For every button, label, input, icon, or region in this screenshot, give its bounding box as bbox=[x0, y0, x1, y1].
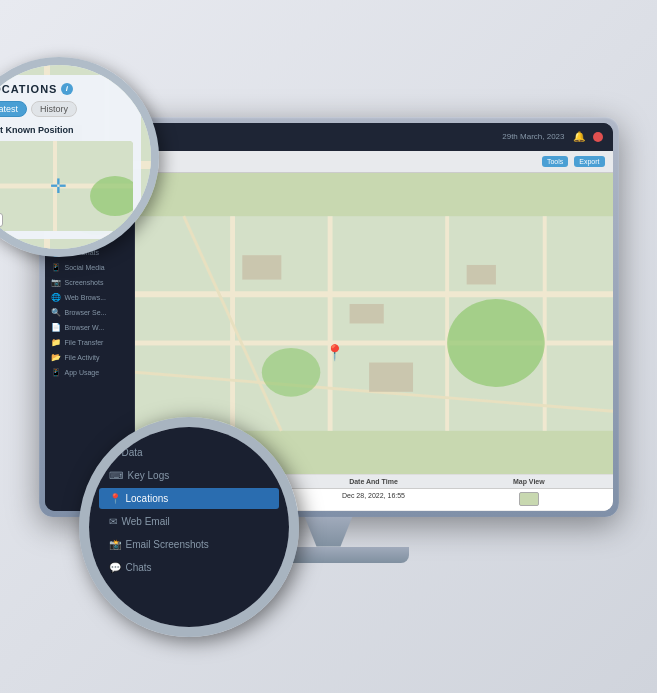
svg-rect-14 bbox=[369, 362, 413, 391]
sidebar-label-appusage: App Usage bbox=[65, 369, 100, 376]
monitor-wrapper: F 29th March, 2023 🔔 ◈ Data bbox=[39, 97, 619, 597]
mag2-emailscreenshots-label: Email Screenshots bbox=[126, 539, 209, 550]
mag2-keylogs-label: Key Logs bbox=[128, 470, 170, 481]
magnifier1-content: ✛ LOCATIONS i Latest History Last Known … bbox=[0, 65, 151, 249]
monitor: F 29th March, 2023 🔔 ◈ Data bbox=[39, 117, 619, 597]
tab-latest[interactable]: Latest bbox=[0, 101, 27, 117]
mag2-keylogs-icon: ⌨ bbox=[109, 470, 123, 481]
mag2-data-icon: ◈ bbox=[109, 447, 117, 458]
tab-history[interactable]: History bbox=[31, 101, 77, 117]
top-bar-right: 29th March, 2023 🔔 bbox=[502, 131, 602, 142]
mag2-emailscreenshots-icon: 📸 bbox=[109, 539, 121, 550]
webbrowser-icon: 🌐 bbox=[51, 293, 61, 302]
svg-point-9 bbox=[447, 299, 545, 387]
mini-map: ✛ + bbox=[0, 141, 133, 231]
mag2-dropdown-icon: ▾ bbox=[264, 447, 269, 458]
magnifier1-panel: LOCATIONS i Latest History Last Known Po… bbox=[0, 75, 141, 239]
filetransfer-icon: 📁 bbox=[51, 338, 61, 347]
col-mapview: Map View bbox=[451, 478, 606, 485]
mag2-locations-label: Locations bbox=[126, 493, 169, 504]
col-datetime: Date And Time bbox=[296, 478, 451, 485]
cell-mapview[interactable] bbox=[451, 492, 606, 507]
sidebar-label-browserweb: Browser W... bbox=[65, 324, 105, 331]
mag2-item-keylogs[interactable]: ⌨ Key Logs bbox=[99, 465, 279, 486]
svg-rect-13 bbox=[466, 264, 495, 284]
browsersearch-icon: 🔍 bbox=[51, 308, 61, 317]
cell-datetime: Dec 28, 2022, 16:55 bbox=[296, 492, 451, 507]
last-known-position-label: Last Known Position bbox=[0, 125, 133, 135]
svg-text:📍: 📍 bbox=[325, 342, 345, 361]
sidebar-item-filetransfer[interactable]: 📁 File Transfer bbox=[45, 335, 134, 350]
mag2-chats-label: Chats bbox=[126, 562, 152, 573]
magnifier-sidebar-menu: ◈ Data ▾ ⌨ Key Logs 📍 Locations ✉ Web Em… bbox=[79, 417, 299, 637]
sidebar-item-browserweb[interactable]: 📄 Browser W... bbox=[45, 320, 134, 335]
export-button[interactable]: Export bbox=[574, 156, 604, 167]
mag2-data-label: Data bbox=[122, 447, 143, 458]
mag2-locations-icon: 📍 bbox=[109, 493, 121, 504]
sidebar-item-browsersearch[interactable]: 🔍 Browser Se... bbox=[45, 305, 134, 320]
mag2-item-webemail[interactable]: ✉ Web Email bbox=[99, 511, 279, 532]
tabs-container: Latest History bbox=[0, 101, 133, 117]
sidebar-label-fileactivity: File Activity bbox=[65, 354, 100, 361]
monitor-neck bbox=[289, 517, 369, 547]
locations-title-text: LOCATIONS bbox=[0, 83, 57, 95]
sidebar-label-browsersearch: Browser Se... bbox=[65, 309, 107, 316]
socialmedia-icon: 📱 bbox=[51, 263, 61, 272]
fileactivity-icon: 📂 bbox=[51, 353, 61, 362]
mag2-item-data[interactable]: ◈ Data ▾ bbox=[99, 442, 279, 463]
zoom-in-button[interactable]: + bbox=[0, 213, 3, 227]
svg-point-10 bbox=[261, 347, 320, 396]
locations-title: LOCATIONS i bbox=[0, 83, 133, 95]
info-icon[interactable]: i bbox=[61, 83, 73, 95]
sidebar-item-fileactivity[interactable]: 📂 File Activity bbox=[45, 350, 134, 365]
browserweb-icon: 📄 bbox=[51, 323, 61, 332]
mag2-webemail-icon: ✉ bbox=[109, 516, 117, 527]
sidebar-label-socialmedia: Social Media bbox=[65, 264, 105, 271]
svg-rect-11 bbox=[242, 255, 281, 279]
map-thumbnail[interactable] bbox=[519, 492, 539, 506]
bell-icon[interactable]: 🔔 bbox=[573, 131, 585, 142]
mag2-webemail-label: Web Email bbox=[122, 516, 170, 527]
sidebar-item-screenshots[interactable]: 📷 Screenshots bbox=[45, 275, 134, 290]
content-header: Tools Export bbox=[135, 151, 613, 173]
sidebar-item-appusage[interactable]: 📱 App Usage bbox=[45, 365, 134, 380]
sidebar-item-webbrowser[interactable]: 🌐 Web Brows... bbox=[45, 290, 134, 305]
mag2-item-emailscreenshots[interactable]: 📸 Email Screenshots bbox=[99, 534, 279, 555]
mag2-item-locations[interactable]: 📍 Locations bbox=[99, 488, 279, 509]
sidebar-label-webbrowser: Web Brows... bbox=[65, 294, 107, 301]
sidebar-label-screenshots: Screenshots bbox=[65, 279, 104, 286]
mag2-item-chats[interactable]: 💬 Chats bbox=[99, 557, 279, 578]
date-label: 29th March, 2023 bbox=[502, 132, 564, 141]
sidebar-label-filetransfer: File Transfer bbox=[65, 339, 104, 346]
close-button[interactable] bbox=[593, 132, 603, 142]
mag2-chats-icon: 💬 bbox=[109, 562, 121, 573]
sidebar-item-socialmedia[interactable]: 📱 Social Media bbox=[45, 260, 134, 275]
crosshair-icon: ✛ bbox=[50, 174, 67, 198]
screenshots-icon: 📷 bbox=[51, 278, 61, 287]
magnifier2-content: ◈ Data ▾ ⌨ Key Logs 📍 Locations ✉ Web Em… bbox=[89, 427, 289, 627]
appusage-icon: 📱 bbox=[51, 368, 61, 377]
magnifier-locations-header: ✛ LOCATIONS i Latest History Last Known … bbox=[0, 57, 159, 257]
tools-button[interactable]: Tools bbox=[542, 156, 568, 167]
svg-rect-12 bbox=[349, 303, 383, 323]
